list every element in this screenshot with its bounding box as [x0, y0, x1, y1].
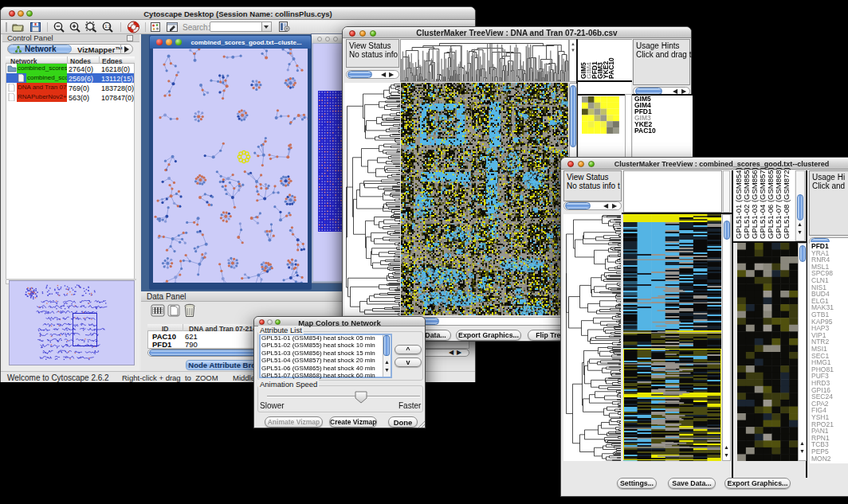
- svg-text:1:1: 1:1: [104, 24, 111, 29]
